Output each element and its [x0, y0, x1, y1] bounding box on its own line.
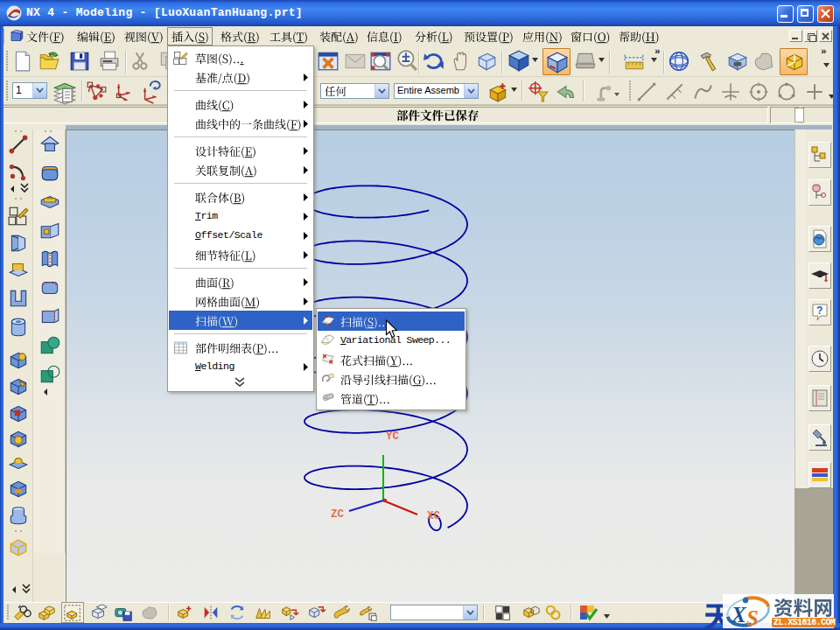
svg-text:?: ?	[816, 304, 822, 317]
svg-text:X: X	[731, 603, 747, 626]
svg-text:S: S	[746, 606, 759, 630]
svg-text:XC: XC	[427, 510, 441, 522]
svg-text:YC: YC	[386, 430, 400, 443]
svg-text:ZC: ZC	[331, 508, 345, 521]
